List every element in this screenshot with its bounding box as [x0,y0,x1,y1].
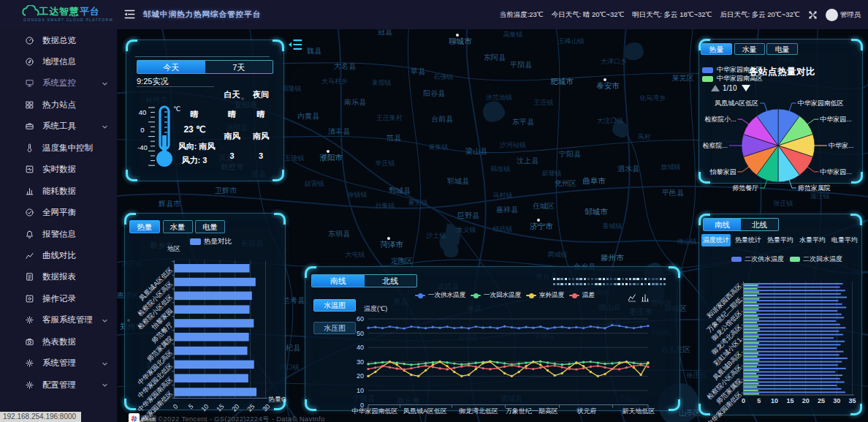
return-bar[interactable] [744,285,758,286]
supply-bar[interactable] [744,324,840,325]
return-bar[interactable] [744,356,758,358]
supply-bar[interactable] [744,334,843,336]
sidebar-item-热表数据[interactable]: 热表数据 [0,333,117,350]
supply-bar[interactable] [744,306,846,308]
bar-中华家园北高区[interactable] [175,347,248,355]
return-bar[interactable] [744,373,756,374]
bar-中华家园南高区[interactable] [175,374,248,383]
return-bar[interactable] [744,383,758,385]
sidebar-item-热力站点[interactable]: 热力站点 [0,96,117,113]
sidebar-item-报警信息[interactable]: 报警信息 [0,225,117,243]
return-bar[interactable] [744,363,758,364]
sidebar-item-数据总览[interactable]: 数据总览 [0,31,117,49]
return-bar[interactable] [744,319,759,320]
supply-bar[interactable] [744,344,840,345]
supply-bar[interactable] [744,300,839,301]
supply-bar[interactable] [744,283,842,285]
return-bar[interactable] [744,366,757,367]
line-series-一次供水温度[interactable] [367,324,649,330]
supply-bar[interactable] [744,290,845,291]
supply-bar[interactable] [744,320,836,322]
return-bar[interactable] [744,386,757,388]
bar-中华家园北低区[interactable] [175,361,254,369]
return-bar[interactable] [744,380,758,381]
tab-today[interactable]: 今天 [137,61,205,73]
return-bar[interactable] [744,295,757,296]
supply-bar[interactable] [744,361,842,363]
return-bar[interactable] [744,315,758,317]
sidebar-fold-icon[interactable] [124,9,135,20]
bar-检察院小区低区[interactable] [175,292,252,301]
return-bar[interactable] [744,393,759,395]
return-bar[interactable] [744,325,758,327]
sidebar-item-操作记录[interactable]: 操作记录 [0,290,117,307]
sidebar-item-全网平衡[interactable]: 全网平衡 [0,204,117,222]
return-bar[interactable] [744,312,756,313]
supply-bar[interactable] [744,385,837,386]
supply-bar[interactable] [744,378,840,380]
supply-bar[interactable] [744,358,848,359]
bar-检察院小区高区[interactable] [175,278,256,287]
sidebar-item-温度集中控制[interactable]: 温度集中控制 [0,139,117,157]
return-bar[interactable] [744,349,757,350]
return-bar[interactable] [744,305,758,306]
return-bar[interactable] [744,390,758,391]
supply-bar[interactable] [744,341,845,342]
supply-bar[interactable] [744,304,842,305]
sidebar-item-配置管理[interactable]: 配置管理 [0,376,117,393]
supply-bar[interactable] [744,368,846,369]
return-bar[interactable] [744,342,759,344]
sidebar-item-能耗数据[interactable]: 能耗数据 [0,182,117,200]
supply-bar[interactable] [744,287,840,288]
tab-7days[interactable]: 7天 [205,61,273,73]
supply-bar[interactable] [744,391,845,393]
supply-bar[interactable] [744,351,843,353]
return-bar[interactable] [744,339,757,340]
supply-bar[interactable] [744,310,837,312]
bar-中华家园南低区[interactable] [175,388,256,396]
supply-bar[interactable] [744,374,842,376]
return-bar[interactable] [744,322,757,323]
sidebar-item-地理信息[interactable]: 地理信息 [0,53,117,70]
return-bar[interactable] [744,309,758,310]
supply-bar[interactable] [744,327,845,328]
fullscreen-icon[interactable] [808,10,818,20]
return-bar[interactable] [744,359,759,361]
supply-bar[interactable] [744,293,841,295]
return-bar[interactable] [744,291,759,293]
return-bar[interactable] [744,332,758,334]
return-bar[interactable] [744,369,759,371]
avatar[interactable] [826,9,838,21]
supply-bar[interactable] [744,317,844,318]
bar-师范餐厅[interactable] [175,319,254,328]
bar-师范家属院[interactable] [175,333,249,342]
return-bar[interactable] [744,288,758,290]
return-bar[interactable] [744,301,757,303]
sidebar-item-数据报表[interactable]: 数据报表 [0,268,117,286]
bar-凤凰城A区低区[interactable] [175,264,250,273]
supply-bar[interactable] [744,381,845,383]
supply-bar[interactable] [744,337,834,339]
supply-bar[interactable] [744,364,838,366]
supply-bar[interactable] [744,347,837,349]
supply-bar[interactable] [744,331,839,332]
return-bar[interactable] [744,353,758,354]
return-bar[interactable] [744,336,758,337]
sidebar-item-系统工具[interactable]: 系统工具 [0,118,117,135]
return-bar[interactable] [744,298,759,300]
sidebar-item-系统监控[interactable]: 系统监控 [0,75,117,92]
bar-怡黎家园[interactable] [175,305,250,314]
return-bar[interactable] [744,328,760,330]
supply-bar[interactable] [744,297,847,298]
sidebar-item-系统管理[interactable]: 系统管理 [0,355,117,372]
line-series-一次回水温度[interactable] [367,360,649,366]
supply-bar[interactable] [744,372,835,373]
return-bar[interactable] [744,376,758,377]
supply-bar[interactable] [744,354,840,355]
supply-bar[interactable] [744,388,841,390]
sidebar-item-曲线对比[interactable]: 曲线对比 [0,247,117,265]
return-bar[interactable] [744,346,758,347]
sidebar-item-实时数据[interactable]: 实时数据 [0,161,117,178]
sidebar-item-客服系统管理[interactable]: 客服系统管理 [0,312,117,329]
panel-collapse-icon[interactable] [288,37,302,52]
